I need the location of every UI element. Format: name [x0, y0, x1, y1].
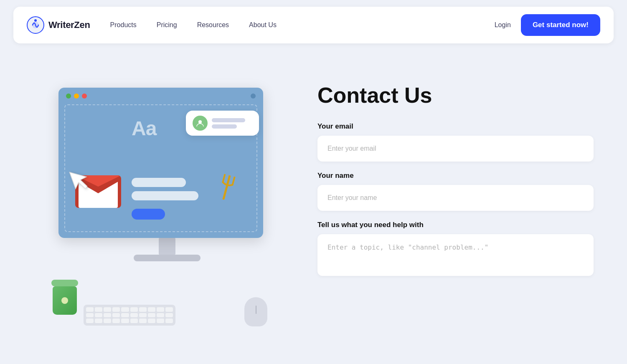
email-group: Your email: [317, 122, 594, 162]
get-started-button[interactable]: Get started now!: [521, 14, 600, 36]
key: [121, 307, 129, 312]
login-button[interactable]: Login: [495, 21, 511, 29]
logo-link[interactable]: WriterZen: [27, 16, 90, 34]
nav-products[interactable]: Products: [110, 21, 137, 29]
key: [104, 318, 111, 323]
cup-dot: [61, 297, 68, 304]
key: [139, 318, 147, 323]
key: [165, 313, 173, 318]
contact-form-area: Contact Us Your email Your name Tell us …: [317, 75, 594, 288]
key: [130, 307, 138, 312]
key: [121, 313, 129, 318]
nav-right: Login Get started now!: [495, 14, 600, 36]
name-group: Your name: [317, 172, 594, 211]
svg-line-7: [223, 192, 226, 199]
contact-title: Contact Us: [317, 83, 594, 107]
chat-avatar: [193, 116, 208, 131]
keyboard: [84, 305, 175, 326]
help-label: Tell us what you need help with: [317, 221, 594, 229]
key: [148, 318, 155, 323]
key: [95, 307, 102, 312]
chat-bubble: [186, 111, 259, 136]
key: [165, 318, 173, 323]
cup-lid: [51, 280, 78, 286]
dot-yellow: [74, 94, 79, 99]
logo-text: WriterZen: [48, 20, 90, 30]
illustration-area: Aa: [33, 75, 292, 334]
key: [112, 318, 120, 323]
dot-red: [82, 94, 87, 99]
main-content: Aa: [0, 50, 627, 351]
key: [157, 307, 164, 312]
key: [157, 313, 164, 318]
key: [148, 307, 155, 312]
key: [95, 318, 102, 323]
key: [86, 313, 94, 318]
key: [104, 313, 111, 318]
monitor-screen: Aa: [58, 88, 263, 238]
chat-line-1: [212, 118, 245, 122]
name-input[interactable]: [317, 185, 594, 211]
monitor-dots: [66, 94, 87, 99]
key: [112, 313, 120, 318]
key: [148, 313, 155, 318]
monitor-stand-neck: [159, 238, 175, 255]
text-bar-2: [132, 191, 198, 200]
key: [95, 313, 102, 318]
nav-about[interactable]: About Us: [249, 21, 277, 29]
svg-point-2: [34, 19, 37, 22]
key: [165, 307, 173, 312]
text-bar-1: [132, 178, 186, 187]
nav-resources[interactable]: Resources: [197, 21, 229, 29]
help-textarea[interactable]: [317, 234, 594, 276]
chat-lines: [212, 118, 245, 129]
mouse: [244, 297, 267, 326]
key: [157, 318, 164, 323]
chat-line-2: [212, 124, 237, 129]
svg-point-3: [198, 120, 202, 124]
svg-line-5: [223, 174, 225, 182]
key: [139, 307, 147, 312]
svg-line-6: [233, 177, 235, 185]
key: [139, 313, 147, 318]
monitor-stand-base: [134, 255, 201, 261]
monitor: Aa: [58, 88, 276, 263]
text-bars: [132, 178, 198, 200]
screen-button: [132, 209, 165, 220]
name-label: Your name: [317, 172, 594, 180]
monitor-dot-top-right: [251, 94, 256, 99]
nav-pricing[interactable]: Pricing: [157, 21, 177, 29]
email-label: Your email: [317, 122, 594, 131]
help-group: Tell us what you need help with: [317, 221, 594, 278]
key: [86, 307, 94, 312]
logo-icon: [27, 16, 44, 34]
key: [130, 318, 138, 323]
navbar: WriterZen Products Pricing Resources Abo…: [13, 7, 614, 43]
key: [130, 313, 138, 318]
email-input[interactable]: [317, 136, 594, 162]
mouse-line: [256, 306, 256, 314]
dot-green: [66, 94, 71, 99]
svg-line-4: [226, 175, 230, 192]
aa-text: Aa: [132, 117, 156, 140]
key: [112, 307, 120, 312]
nav-links: Products Pricing Resources About Us: [110, 21, 495, 29]
key: [86, 318, 94, 323]
key: [121, 318, 129, 323]
key: [104, 307, 111, 312]
coffee-cup: [50, 280, 79, 317]
cup-body: [53, 286, 77, 315]
